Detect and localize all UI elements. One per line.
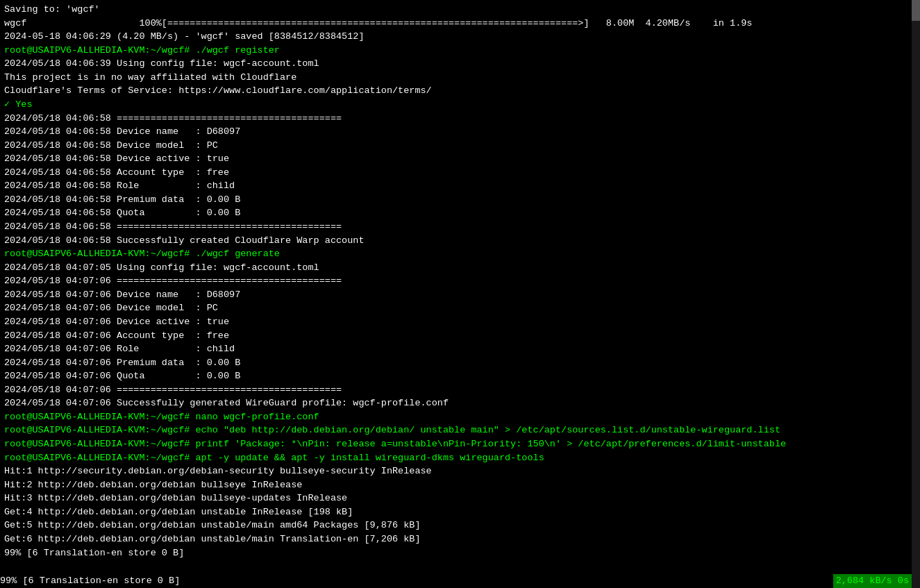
terminal-line: Get:6 http://deb.debian.org/debian unsta…	[4, 532, 916, 546]
terminal-content: Saving to: 'wgcf'wgcf 100%[=============…	[4, 3, 916, 560]
terminal-line: Hit:3 http://deb.debian.org/debian bulls…	[4, 492, 916, 505]
status-bar: 99% [6 Translation-en store 0 B] 2,684 k…	[0, 574, 912, 588]
terminal-line: 2024/05/18 04:06:39 Using config file: w…	[4, 57, 916, 71]
status-left: 99% [6 Translation-en store 0 B]	[0, 574, 833, 588]
terminal-line: 99% [6 Translation-en store 0 B]	[4, 546, 916, 560]
terminal-line: root@USAIPV6-ALLHEDIA-KVM:~/wgcf# printf…	[4, 437, 916, 451]
terminal-line: root@USAIPV6-ALLHEDIA-KVM:~/wgcf# apt -y…	[4, 451, 916, 465]
terminal-line: Get:5 http://deb.debian.org/debian unsta…	[4, 519, 916, 532]
terminal-line: root@USAIPV6-ALLHEDIA-KVM:~/wgcf# ./wgcf…	[4, 247, 916, 261]
terminal-line: 2024/05/18 04:06:58 Device model : PC	[4, 139, 916, 153]
terminal-line: ✓ Yes	[4, 98, 916, 112]
terminal-line: This project is in no way affiliated wit…	[4, 71, 916, 85]
terminal-line: 2024/05/18 04:06:58 Device active : true	[4, 152, 916, 166]
scrollbar-thumb[interactable]	[912, 0, 920, 21]
terminal-line: 2024/05/18 04:07:06 Successfully generat…	[4, 396, 916, 410]
terminal-line: 2024/05/18 04:07:05 Using config file: w…	[4, 261, 916, 275]
terminal-line: 2024/05/18 04:07:06 Account type : free	[4, 329, 916, 343]
terminal-line: Hit:2 http://deb.debian.org/debian bulls…	[4, 478, 916, 492]
terminal-line: 2024/05/18 04:07:06 Role : child	[4, 342, 916, 356]
terminal-line: root@USAIPV6-ALLHEDIA-KVM:~/wgcf# nano w…	[4, 410, 916, 424]
terminal-line: 2024/05/18 04:06:58 Device name : D68097	[4, 125, 916, 139]
terminal-line: 2024/05/18 04:07:06 ====================…	[4, 383, 916, 397]
terminal-line: Saving to: 'wgcf'	[4, 3, 916, 17]
status-right: 2,684 kB/s 0s	[833, 574, 912, 588]
terminal-line: 2024/05/18 04:07:06 Premium data : 0.00 …	[4, 356, 916, 370]
terminal-line: 2024/05/18 04:06:58 Role : child	[4, 179, 916, 193]
terminal-line: 2024/05/18 04:07:06 Device name : D68097	[4, 288, 916, 302]
terminal-line: Cloudflare's Terms of Service: https://w…	[4, 84, 916, 98]
terminal: Saving to: 'wgcf'wgcf 100%[=============…	[0, 0, 920, 588]
terminal-line: 2024/05/18 04:06:58 ====================…	[4, 112, 916, 126]
terminal-line: Hit:1 http://security.debian.org/debian-…	[4, 464, 916, 478]
terminal-line: root@USAIPV6-ALLHEDIA-KVM:~/wgcf# echo "…	[4, 423, 916, 437]
terminal-line: 2024/05/18 04:07:06 ====================…	[4, 274, 916, 288]
scrollbar[interactable]	[912, 0, 920, 588]
terminal-line: 2024-05-18 04:06:29 (4.20 MB/s) - 'wgcf'…	[4, 30, 916, 44]
terminal-line: 2024/05/18 04:07:06 Device model : PC	[4, 301, 916, 315]
terminal-line: 2024/05/18 04:06:58 ====================…	[4, 220, 916, 234]
terminal-line: wgcf 100%[==============================…	[4, 17, 916, 31]
terminal-line: 2024/05/18 04:07:06 Device active : true	[4, 315, 916, 329]
terminal-line: 2024/05/18 04:06:58 Quota : 0.00 B	[4, 206, 916, 220]
terminal-line: 2024/05/18 04:06:58 Premium data : 0.00 …	[4, 193, 916, 207]
terminal-line: Get:4 http://deb.debian.org/debian unsta…	[4, 505, 916, 519]
terminal-line: 2024/05/18 04:06:58 Successfully created…	[4, 234, 916, 248]
terminal-line: 2024/05/18 04:07:06 Quota : 0.00 B	[4, 369, 916, 383]
terminal-line: root@USAIPV6-ALLHEDIA-KVM:~/wgcf# ./wgcf…	[4, 44, 916, 58]
terminal-line: 2024/05/18 04:06:58 Account type : free	[4, 166, 916, 180]
